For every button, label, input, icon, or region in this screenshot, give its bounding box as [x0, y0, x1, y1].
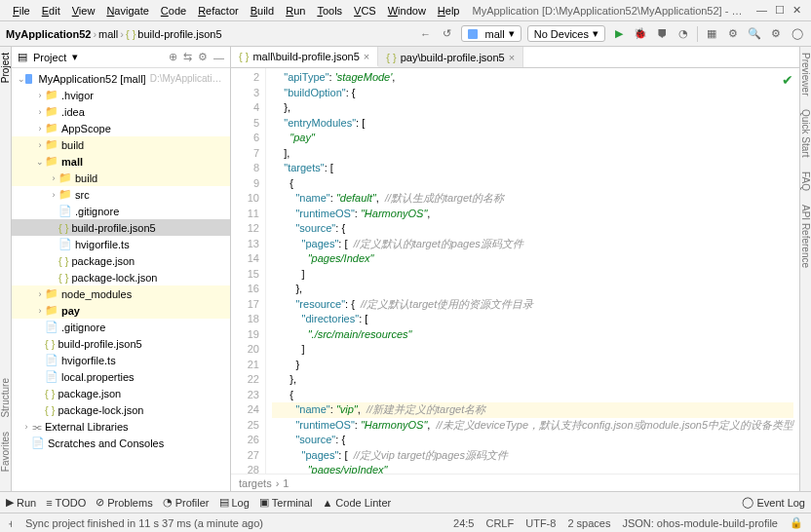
crumb-app[interactable]: MyApplication52 — [6, 28, 91, 40]
tab-favorites[interactable]: Favorites — [0, 432, 11, 472]
right-gutter: Previewer Quick Start FAQ API Reference — [799, 47, 811, 491]
close-tab-icon[interactable]: × — [364, 51, 369, 62]
menu-code[interactable]: Code — [156, 3, 191, 19]
coverage-button[interactable]: ⛊ — [654, 26, 670, 42]
device-combo[interactable]: No Devices ▾ — [527, 25, 605, 42]
close-tab-icon[interactable]: × — [509, 52, 515, 63]
nav-toolbar: MyApplication52 › mall › { } build-profi… — [0, 21, 811, 47]
tree-package-lock-json[interactable]: { }package-lock.json — [12, 401, 230, 418]
code-editor[interactable]: 2 3 4 5 6 7 8 9 10 11 12 13 14 15 16 17 … — [231, 68, 799, 474]
todo-tab[interactable]: ≡ TODO — [46, 497, 86, 509]
event-log[interactable]: ◯ Event Log — [742, 496, 805, 509]
tree-hvigorfile-ts[interactable]: 📄hvigorfile.ts — [12, 352, 230, 368]
tree-mall[interactable]: ⌄📁mall — [12, 153, 230, 170]
tree-package-json[interactable]: { }package.json — [12, 252, 230, 269]
code-content[interactable]: "apiType": 'stageMode', "buildOption": {… — [266, 68, 799, 474]
json-icon: { } — [386, 52, 396, 63]
tree-build[interactable]: ›📁build — [12, 136, 230, 153]
crumb-file[interactable]: build-profile.json5 — [137, 28, 221, 40]
cube-icon — [468, 29, 478, 39]
back-button[interactable]: ← — [418, 26, 434, 42]
tree-scratches-and-consoles[interactable]: 📄Scratches and Consoles — [12, 435, 230, 451]
run-button[interactable]: ▶ — [611, 26, 627, 42]
menu-edit[interactable]: Edit — [37, 3, 65, 19]
tree-hvigorfile-ts[interactable]: 📄hvigorfile.ts — [12, 236, 230, 252]
linter-tab[interactable]: ▲ Code Linter — [322, 497, 391, 509]
menu-tools[interactable]: Tools — [312, 3, 347, 19]
collapse-icon[interactable]: ⇆ — [183, 51, 192, 63]
tree--idea[interactable]: ›📁.idea — [12, 103, 230, 120]
hide-icon[interactable]: — — [213, 52, 224, 63]
window-title: MyApplication [D:\MyApplication52\MyAppl… — [464, 5, 756, 17]
menu-refactor[interactable]: Refactor — [193, 3, 244, 19]
target-icon[interactable]: ⊕ — [169, 51, 177, 63]
schema[interactable]: JSON: ohos-module-build-profile — [622, 517, 778, 529]
tree--gitignore[interactable]: 📄.gitignore — [12, 203, 230, 219]
run-tab[interactable]: ▶ Run — [6, 496, 36, 509]
tree-appscope[interactable]: ›📁AppScope — [12, 120, 230, 136]
project-tree[interactable]: ⌄MyApplication52 [mall]D:\MyApplication5… — [12, 68, 230, 491]
terminal-tab[interactable]: ▣ Terminal — [259, 496, 313, 509]
profile-button[interactable]: ◔ — [676, 26, 691, 42]
search-icon[interactable]: 🔍 — [747, 26, 762, 42]
sync-icon[interactable]: ↺ — [440, 26, 455, 42]
log-tab[interactable]: ▤ Log — [219, 496, 250, 509]
tree-myapplication52--mall-[interactable]: ⌄MyApplication52 [mall]D:\MyApplication5… — [12, 70, 230, 87]
crumb-module[interactable]: mall — [98, 28, 118, 40]
tree-external-libraries[interactable]: ›⫘External Libraries — [12, 418, 230, 435]
tree-package-lock-json[interactable]: { }package-lock.json — [12, 269, 230, 285]
window-controls: — ☐ ✕ — [756, 4, 811, 17]
main-area: Project Structure Favorites ▤ Project ▾ … — [0, 47, 811, 491]
menu-help[interactable]: Help — [433, 3, 465, 19]
json-icon: { } — [126, 28, 135, 40]
maximize-icon[interactable]: ☐ — [775, 4, 785, 17]
menu-view[interactable]: View — [67, 3, 100, 19]
tab-faq[interactable]: FAQ — [800, 171, 811, 191]
main-menu: FileEditViewNavigateCodeRefactorBuildRun… — [0, 3, 464, 19]
menu-vcs[interactable]: VCS — [349, 3, 381, 19]
tool1-button[interactable]: ▦ — [704, 26, 719, 42]
tree-build-profile-json5[interactable]: { }build-profile.json5 — [12, 335, 230, 352]
menu-navigate[interactable]: Navigate — [101, 3, 153, 19]
editor-tab[interactable]: { }pay\build-profile.json5× — [378, 47, 523, 67]
indent[interactable]: 2 spaces — [567, 517, 610, 529]
tree-node-modules[interactable]: ›📁node_modules — [12, 285, 230, 302]
tree-pay[interactable]: ›📁pay — [12, 302, 230, 319]
tab-apiref[interactable]: API Reference — [800, 205, 811, 268]
profiler-tab[interactable]: ◔ Profiler — [163, 496, 210, 509]
problems-tab[interactable]: ⊘ Problems — [96, 496, 152, 509]
menu-window[interactable]: Window — [383, 3, 431, 19]
settings-icon[interactable]: ⚙ — [768, 26, 784, 42]
tree-package-json[interactable]: { }package.json — [12, 385, 230, 401]
tree-src[interactable]: ›📁src — [12, 186, 230, 203]
git-button[interactable]: ⚙ — [725, 26, 741, 42]
tab-quickstart[interactable]: Quick Start — [800, 109, 811, 157]
tab-structure[interactable]: Structure — [0, 378, 11, 418]
menu-build[interactable]: Build — [246, 3, 279, 19]
tree-build[interactable]: ›📁build — [12, 170, 230, 186]
tab-previewer[interactable]: Previewer — [800, 53, 811, 95]
line-sep[interactable]: CRLF — [485, 517, 514, 529]
tree-build-profile-json5[interactable]: { }build-profile.json5 — [12, 219, 230, 236]
module-combo[interactable]: mall ▾ — [461, 25, 521, 42]
tree-local-properties[interactable]: 📄local.properties — [12, 368, 230, 385]
debug-button[interactable]: 🐞 — [633, 26, 648, 42]
editor-breadcrumb[interactable]: targets›1 — [231, 474, 799, 491]
lock-icon[interactable]: 🔒 — [790, 516, 803, 529]
close-icon[interactable]: ✕ — [792, 4, 801, 17]
status-message: Sync project finished in 11 s 37 ms (a m… — [25, 517, 263, 529]
gear-icon[interactable]: ⚙ — [198, 51, 208, 63]
account-icon[interactable]: ◯ — [790, 26, 805, 42]
tree--gitignore[interactable]: 📄.gitignore — [12, 319, 230, 335]
menu-run[interactable]: Run — [281, 3, 310, 19]
tree--hvigor[interactable]: ›📁.hvigor — [12, 87, 230, 103]
cursor-pos[interactable]: 24:5 — [453, 517, 474, 529]
encoding[interactable]: UTF-8 — [525, 517, 556, 529]
tab-project[interactable]: Project — [0, 53, 11, 83]
project-icon: ▤ — [18, 51, 27, 63]
minimize-icon[interactable]: — — [756, 4, 767, 17]
toggle-tools-icon[interactable]: ⫞ — [8, 517, 14, 529]
inspection-ok-icon[interactable]: ✔ — [782, 72, 793, 88]
editor-tab[interactable]: { }mall\build-profile.json5× — [231, 47, 378, 67]
menu-file[interactable]: File — [8, 3, 35, 19]
